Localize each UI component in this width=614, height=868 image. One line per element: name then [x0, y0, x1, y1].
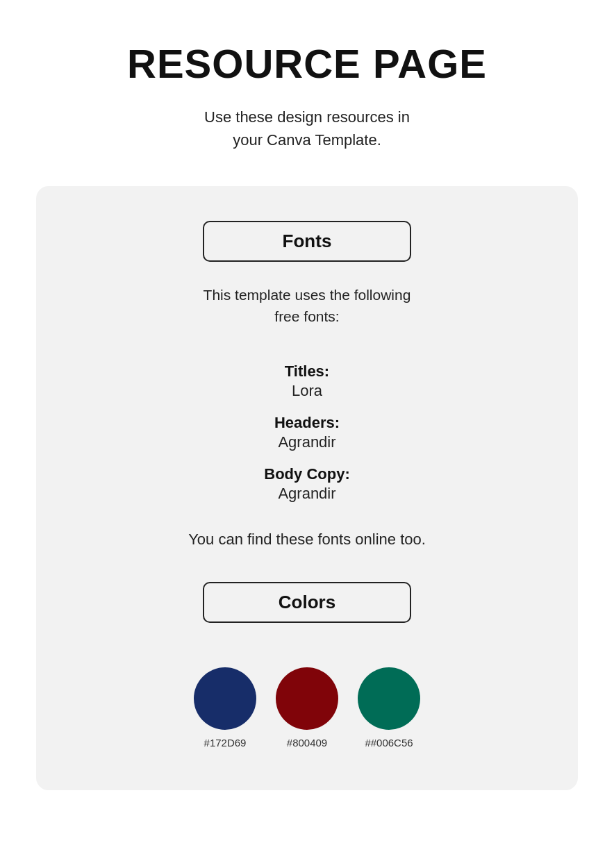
titles-label: Titles:	[285, 362, 329, 381]
color-item-3: ##006C56	[358, 667, 420, 749]
headers-font-name: Agrandir	[278, 433, 335, 451]
color-item-1: #172D69	[194, 667, 256, 749]
color-hex-red: #800409	[287, 737, 327, 749]
fonts-section-badge: Fonts	[203, 221, 411, 262]
color-circle-red	[276, 667, 338, 730]
color-swatches: #172D69 #800409 ##006C56	[194, 667, 420, 749]
body-copy-label: Body Copy:	[264, 465, 349, 483]
colors-section-badge: Colors	[203, 582, 411, 623]
find-fonts-text: You can find these fonts online too.	[188, 531, 426, 549]
fonts-intro: This template uses the following free fo…	[204, 284, 411, 328]
color-hex-green: ##006C56	[365, 737, 413, 749]
color-hex-blue: #172D69	[204, 737, 247, 749]
color-item-2: #800409	[276, 667, 338, 749]
headers-label: Headers:	[274, 414, 340, 432]
page-title: RESOURCE PAGE	[127, 42, 487, 86]
font-list: Titles: Lora Headers: Agrandir Body Copy…	[264, 353, 349, 506]
colors-section: Colors #172D69 #800409 ##006C56	[78, 582, 536, 749]
color-circle-green	[358, 667, 420, 730]
resource-card: Fonts This template uses the following f…	[36, 186, 578, 790]
titles-font-name: Lora	[292, 382, 322, 400]
color-circle-blue	[194, 667, 256, 730]
body-copy-font-name: Agrandir	[278, 485, 335, 503]
page-subtitle: Use these design resources in your Canva…	[204, 106, 410, 151]
